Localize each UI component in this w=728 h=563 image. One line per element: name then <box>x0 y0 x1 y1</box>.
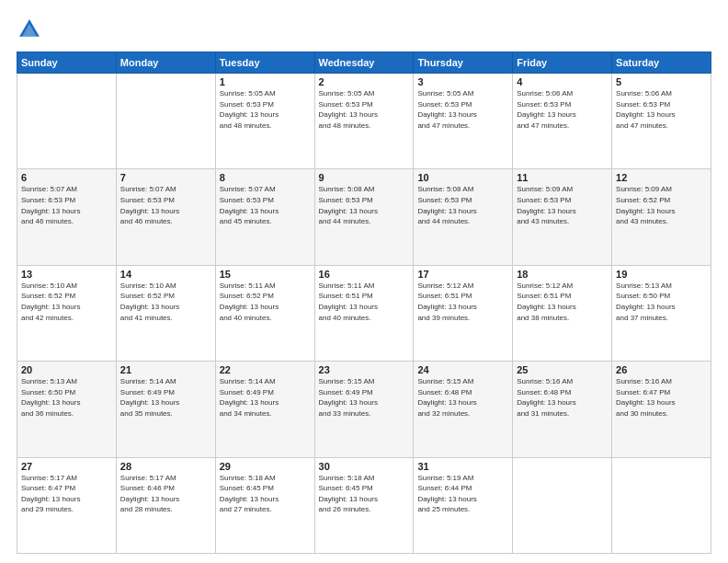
day-info: Sunrise: 5:18 AMSunset: 6:45 PMDaylight:… <box>220 473 311 515</box>
day-number: 12 <box>616 172 707 183</box>
day-info: Sunrise: 5:16 AMSunset: 6:48 PMDaylight:… <box>517 376 608 419</box>
day-info: Sunrise: 5:09 AMSunset: 6:52 PMDaylight:… <box>616 184 707 226</box>
day-info: Sunrise: 5:12 AMSunset: 6:51 PMDaylight:… <box>417 281 508 323</box>
calendar-cell: 8Sunrise: 5:07 AMSunset: 6:53 PMDaylight… <box>215 169 314 265</box>
calendar-week-2: 6Sunrise: 5:07 AMSunset: 6:53 PMDaylight… <box>17 169 711 265</box>
calendar-cell <box>17 74 117 169</box>
day-number: 27 <box>21 461 112 472</box>
calendar-cell: 10Sunrise: 5:08 AMSunset: 6:53 PMDayligh… <box>414 169 513 265</box>
calendar-cell: 29Sunrise: 5:18 AMSunset: 6:45 PMDayligh… <box>215 457 314 553</box>
day-info: Sunrise: 5:05 AMSunset: 6:53 PMDaylight:… <box>417 88 508 131</box>
day-info: Sunrise: 5:15 AMSunset: 6:48 PMDaylight:… <box>417 376 508 419</box>
calendar-cell: 7Sunrise: 5:07 AMSunset: 6:53 PMDaylight… <box>116 169 215 265</box>
day-info: Sunrise: 5:09 AMSunset: 6:53 PMDaylight:… <box>517 184 608 226</box>
calendar-week-4: 20Sunrise: 5:13 AMSunset: 6:50 PMDayligh… <box>17 362 711 457</box>
calendar-cell: 19Sunrise: 5:13 AMSunset: 6:50 PMDayligh… <box>612 265 711 361</box>
calendar-cell: 3Sunrise: 5:05 AMSunset: 6:53 PMDaylight… <box>414 74 513 169</box>
day-info: Sunrise: 5:11 AMSunset: 6:52 PMDaylight:… <box>220 281 311 323</box>
calendar-cell: 15Sunrise: 5:11 AMSunset: 6:52 PMDayligh… <box>215 265 314 361</box>
day-info: Sunrise: 5:17 AMSunset: 6:47 PMDaylight:… <box>21 473 112 515</box>
day-info: Sunrise: 5:07 AMSunset: 6:53 PMDaylight:… <box>21 184 112 226</box>
day-number: 4 <box>517 76 608 87</box>
day-info: Sunrise: 5:17 AMSunset: 6:46 PMDaylight:… <box>120 473 211 515</box>
calendar-cell: 28Sunrise: 5:17 AMSunset: 6:46 PMDayligh… <box>116 457 215 553</box>
calendar-cell: 14Sunrise: 5:10 AMSunset: 6:52 PMDayligh… <box>116 265 215 361</box>
day-info: Sunrise: 5:06 AMSunset: 6:53 PMDaylight:… <box>616 88 707 131</box>
day-info: Sunrise: 5:14 AMSunset: 6:49 PMDaylight:… <box>120 376 211 419</box>
day-number: 18 <box>517 269 608 280</box>
page: SundayMondayTuesdayWednesdayThursdayFrid… <box>0 0 728 563</box>
day-number: 30 <box>319 461 410 472</box>
day-info: Sunrise: 5:13 AMSunset: 6:50 PMDaylight:… <box>21 376 112 419</box>
day-number: 10 <box>417 172 508 183</box>
calendar-week-1: 1Sunrise: 5:05 AMSunset: 6:53 PMDaylight… <box>17 74 711 169</box>
day-info: Sunrise: 5:06 AMSunset: 6:53 PMDaylight:… <box>517 88 608 131</box>
day-info: Sunrise: 5:10 AMSunset: 6:52 PMDaylight:… <box>120 281 211 323</box>
calendar-cell: 5Sunrise: 5:06 AMSunset: 6:53 PMDaylight… <box>612 74 711 169</box>
calendar-cell: 11Sunrise: 5:09 AMSunset: 6:53 PMDayligh… <box>513 169 612 265</box>
calendar-cell: 17Sunrise: 5:12 AMSunset: 6:51 PMDayligh… <box>414 265 513 361</box>
day-number: 21 <box>120 364 211 375</box>
calendar-header-wednesday: Wednesday <box>314 52 414 74</box>
calendar-header-friday: Friday <box>513 52 612 74</box>
calendar-cell: 24Sunrise: 5:15 AMSunset: 6:48 PMDayligh… <box>414 362 513 457</box>
day-info: Sunrise: 5:07 AMSunset: 6:53 PMDaylight:… <box>220 184 311 226</box>
day-number: 15 <box>220 269 311 280</box>
day-number: 2 <box>319 76 410 87</box>
calendar-header-monday: Monday <box>116 52 215 74</box>
day-number: 9 <box>319 172 410 183</box>
calendar-cell: 23Sunrise: 5:15 AMSunset: 6:49 PMDayligh… <box>314 362 414 457</box>
day-number: 26 <box>616 364 707 375</box>
calendar-header-sunday: Sunday <box>17 52 117 74</box>
calendar-cell: 9Sunrise: 5:08 AMSunset: 6:53 PMDaylight… <box>314 169 414 265</box>
day-number: 6 <box>21 172 112 183</box>
header <box>17 17 711 42</box>
day-number: 13 <box>21 269 112 280</box>
calendar-cell: 27Sunrise: 5:17 AMSunset: 6:47 PMDayligh… <box>17 457 117 553</box>
day-info: Sunrise: 5:10 AMSunset: 6:52 PMDaylight:… <box>21 281 112 323</box>
day-info: Sunrise: 5:08 AMSunset: 6:53 PMDaylight:… <box>417 184 508 226</box>
calendar-week-3: 13Sunrise: 5:10 AMSunset: 6:52 PMDayligh… <box>17 265 711 361</box>
day-number: 5 <box>616 76 707 87</box>
day-number: 1 <box>220 76 311 87</box>
calendar-table: SundayMondayTuesdayWednesdayThursdayFrid… <box>17 52 711 554</box>
day-info: Sunrise: 5:14 AMSunset: 6:49 PMDaylight:… <box>220 376 311 419</box>
logo <box>17 17 46 42</box>
day-info: Sunrise: 5:16 AMSunset: 6:47 PMDaylight:… <box>616 376 707 419</box>
calendar-header-row: SundayMondayTuesdayWednesdayThursdayFrid… <box>17 52 711 74</box>
day-info: Sunrise: 5:07 AMSunset: 6:53 PMDaylight:… <box>120 184 211 226</box>
calendar-cell: 2Sunrise: 5:05 AMSunset: 6:53 PMDaylight… <box>314 74 414 169</box>
day-number: 22 <box>220 364 311 375</box>
day-number: 14 <box>120 269 211 280</box>
calendar-cell: 26Sunrise: 5:16 AMSunset: 6:47 PMDayligh… <box>612 362 711 457</box>
day-info: Sunrise: 5:05 AMSunset: 6:53 PMDaylight:… <box>220 88 311 131</box>
day-number: 31 <box>417 461 508 472</box>
day-info: Sunrise: 5:12 AMSunset: 6:51 PMDaylight:… <box>517 281 608 323</box>
day-info: Sunrise: 5:08 AMSunset: 6:53 PMDaylight:… <box>319 184 410 226</box>
day-number: 24 <box>417 364 508 375</box>
logo-icon <box>17 17 42 42</box>
day-number: 25 <box>517 364 608 375</box>
calendar-header-tuesday: Tuesday <box>215 52 314 74</box>
calendar-cell: 20Sunrise: 5:13 AMSunset: 6:50 PMDayligh… <box>17 362 117 457</box>
calendar-cell <box>513 457 612 553</box>
calendar-cell <box>612 457 711 553</box>
day-info: Sunrise: 5:15 AMSunset: 6:49 PMDaylight:… <box>319 376 410 419</box>
day-info: Sunrise: 5:13 AMSunset: 6:50 PMDaylight:… <box>616 281 707 323</box>
day-info: Sunrise: 5:18 AMSunset: 6:45 PMDaylight:… <box>319 473 410 515</box>
calendar-cell: 31Sunrise: 5:19 AMSunset: 6:44 PMDayligh… <box>414 457 513 553</box>
day-info: Sunrise: 5:05 AMSunset: 6:53 PMDaylight:… <box>319 88 410 131</box>
calendar-cell: 16Sunrise: 5:11 AMSunset: 6:51 PMDayligh… <box>314 265 414 361</box>
day-number: 23 <box>319 364 410 375</box>
day-number: 3 <box>417 76 508 87</box>
day-info: Sunrise: 5:19 AMSunset: 6:44 PMDaylight:… <box>417 473 508 515</box>
calendar-cell: 22Sunrise: 5:14 AMSunset: 6:49 PMDayligh… <box>215 362 314 457</box>
day-number: 11 <box>517 172 608 183</box>
day-number: 7 <box>120 172 211 183</box>
calendar-cell: 18Sunrise: 5:12 AMSunset: 6:51 PMDayligh… <box>513 265 612 361</box>
day-number: 8 <box>220 172 311 183</box>
calendar-cell: 4Sunrise: 5:06 AMSunset: 6:53 PMDaylight… <box>513 74 612 169</box>
calendar-cell: 6Sunrise: 5:07 AMSunset: 6:53 PMDaylight… <box>17 169 117 265</box>
day-number: 20 <box>21 364 112 375</box>
day-number: 17 <box>417 269 508 280</box>
